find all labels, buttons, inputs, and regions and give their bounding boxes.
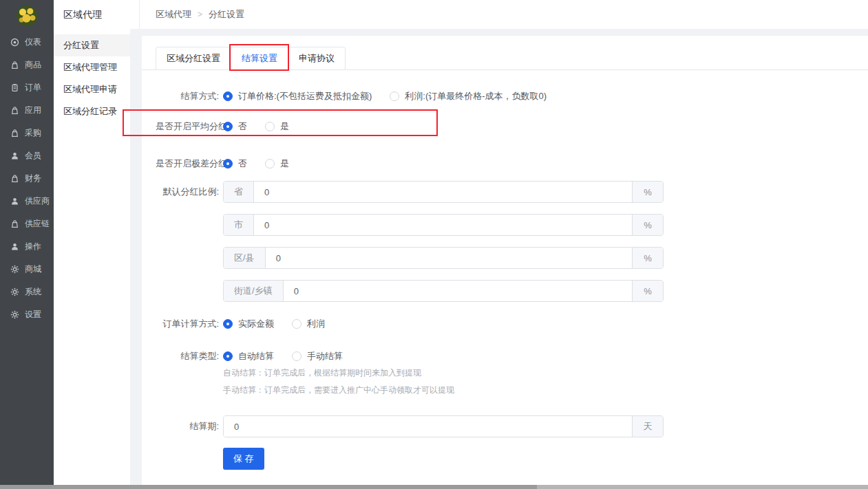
breadcrumb: 区域代理 > 分红设置 [156, 0, 244, 29]
radio-settlement-method-option-1[interactable]: 利润:(订单最终价格-成本，负数取0) [390, 90, 547, 102]
submenu-item-dividend-settings[interactable]: 分红设置 [54, 34, 130, 56]
submenu-item-agent-management[interactable]: 区域代理管理 [54, 56, 130, 78]
horizontal-scrollbar[interactable] [0, 485, 868, 489]
radio-label: 自动结算 [238, 350, 274, 362]
sidebar-item-settings[interactable]: 设置 [0, 303, 54, 326]
save-button[interactable]: 保 存 [223, 448, 264, 470]
input-row-control: 省% [223, 181, 664, 203]
radio-unchecked-icon [292, 351, 301, 361]
breadcrumb-item-parent[interactable]: 区域代理 [156, 8, 191, 21]
sidebar-item-finance[interactable]: 财务 [0, 167, 54, 190]
tab-region-dividend[interactable]: 区域分红设置 [156, 47, 231, 69]
sidebar-item-label: 会员 [25, 150, 41, 162]
sidebar-item-goods[interactable]: 商品 [0, 54, 54, 76]
radio-range-dividend-option-0[interactable]: 否 [223, 157, 247, 170]
user-icon [10, 242, 19, 251]
gear-icon [10, 287, 19, 296]
bag-icon [10, 106, 19, 115]
sidebar-item-dashboard[interactable]: 仪表 [0, 31, 54, 54]
field-label: 订单计算方式: [156, 318, 219, 330]
tab-settlement[interactable]: 结算设置 [231, 47, 288, 69]
radio-group-settlement-method: 订单价格:(不包括运费及抵扣金额)利润:(订单最终价格-成本，负数取0) [223, 90, 564, 102]
breadcrumb-separator-icon: > [198, 10, 202, 19]
button-control: 保 存 [223, 448, 264, 470]
radio-label: 是 [280, 120, 289, 133]
sidebar-item-label: 订单 [25, 82, 41, 94]
submenu-item-agent-application[interactable]: 区域代理申请 [54, 78, 130, 100]
form-row-average-dividend: 是否开启平均分红:否是 [142, 120, 868, 133]
form-row-save: 保 存 [142, 448, 868, 470]
radio-settlement-type-option-0[interactable]: 自动结算 [223, 350, 274, 362]
input-group-ratio-street: 街道/乡镇% [223, 280, 664, 302]
sidebar-item-members[interactable]: 会员 [0, 144, 54, 167]
radio-group-range-dividend: 否是 [223, 157, 307, 170]
field-label: 结算类型: [156, 350, 219, 362]
radio-label: 是 [280, 157, 289, 170]
radio-average-dividend-option-0[interactable]: 否 [223, 120, 247, 133]
submenu-title: 区域代理 [54, 0, 130, 29]
form-row-range-dividend: 是否开启极差分红:否是 [142, 157, 868, 171]
horizontal-scrollbar-thumb[interactable] [0, 485, 537, 489]
radio-settlement-method-option-0[interactable]: 订单价格:(不包括运费及抵扣金额) [223, 90, 372, 102]
sidebar-item-supply-chain[interactable]: 供应链 [0, 213, 54, 235]
user-icon [10, 197, 19, 206]
form-row-ratio-street: 街道/乡镇% [142, 280, 868, 302]
hint-text: 自动结算：订单完成后，根据结算期时间来加入到提现 [223, 367, 421, 379]
form-row-hint-manual: 手动结算：订单完成后，需要进入推广中心手动领取才可以提现 [142, 385, 868, 395]
radio-checked-icon [223, 122, 233, 131]
input-row-control: 街道/乡镇% [223, 280, 664, 302]
radio-settlement-type-option-1[interactable]: 手动结算 [292, 350, 343, 362]
secondary-sidebar: 区域代理 分红设置区域代理管理区域代理申请区域分红记录 [54, 0, 130, 489]
radio-checked-icon [223, 351, 233, 361]
radio-label: 否 [238, 120, 247, 133]
bag-icon [10, 174, 19, 183]
radio-label: 手动结算 [307, 350, 343, 362]
sidebar-item-purchase[interactable]: 采购 [0, 122, 54, 144]
form-row-hint-auto: 自动结算：订单完成后，根据结算期时间来加入到提现 [142, 368, 868, 378]
hint-control: 手动结算：订单完成后，需要进入推广中心手动领取才可以提现 [223, 384, 454, 396]
ratio-province-input[interactable] [254, 182, 632, 202]
tabs-group: 区域分红设置结算设置申请协议 [156, 47, 346, 69]
breadcrumb-bar: 区域代理 > 分红设置 [130, 0, 868, 29]
tab-agreement[interactable]: 申请协议 [288, 47, 345, 69]
ratio-city-input[interactable] [254, 215, 632, 235]
sidebar-item-orders[interactable]: 订单 [0, 76, 54, 99]
gear-icon [10, 310, 19, 319]
input-group-ratio-district: 区/县% [223, 247, 664, 269]
settlement-period-input[interactable] [224, 416, 632, 437]
settlement-settings-form: 结算方式:订单价格:(不包括运费及抵扣金额)利润:(订单最终价格-成本，负数取0… [142, 89, 868, 470]
sidebar-item-mall[interactable]: 商城 [0, 258, 54, 281]
sidebar-item-suppliers[interactable]: 供应商 [0, 190, 54, 213]
radio-checked-icon [223, 159, 233, 169]
submenu-item-dividend-records[interactable]: 区域分红记录 [54, 100, 130, 122]
form-row-ratio-city: 市% [142, 214, 868, 236]
radio-order-calc-option-1[interactable]: 利润 [292, 318, 325, 330]
radio-order-calc-option-0[interactable]: 实际金额 [223, 318, 274, 330]
radio-average-dividend-option-1[interactable]: 是 [265, 120, 289, 133]
sidebar-item-label: 商品 [25, 59, 41, 71]
input-suffix-addon: % [632, 215, 663, 235]
field-label: 结算期: [156, 420, 219, 433]
ratio-street-input[interactable] [284, 281, 632, 301]
sidebar-item-label: 财务 [25, 173, 41, 184]
gauge-icon [10, 38, 19, 47]
input-suffix-addon: % [632, 248, 663, 268]
field-label: 结算方式: [156, 90, 219, 102]
input-row-control: 市% [223, 214, 664, 236]
input-prefix-addon: 区/县 [224, 248, 266, 268]
radio-unchecked-icon [265, 159, 275, 169]
breadcrumb-item-current: 分红设置 [209, 8, 244, 21]
input-group-ratio-city: 市% [223, 214, 664, 236]
input-row-control: 区/县% [223, 247, 664, 269]
radio-unchecked-icon [292, 319, 301, 329]
input-suffix-addon: 天 [632, 416, 663, 437]
ratio-district-input[interactable] [266, 248, 632, 268]
radio-range-dividend-option-1[interactable]: 是 [265, 157, 289, 170]
hint-text: 手动结算：订单完成后，需要进入推广中心手动领取才可以提现 [223, 384, 454, 396]
bag-icon [10, 61, 19, 69]
sidebar-item-apps[interactable]: 应用 [0, 99, 54, 122]
sidebar-item-operations[interactable]: 操作 [0, 235, 54, 258]
sidebar-item-system[interactable]: 系统 [0, 281, 54, 303]
content-card: 区域分红设置结算设置申请协议 结算方式:订单价格:(不包括运费及抵扣金额)利润:… [142, 36, 868, 489]
topbar-divider [139, 0, 140, 29]
